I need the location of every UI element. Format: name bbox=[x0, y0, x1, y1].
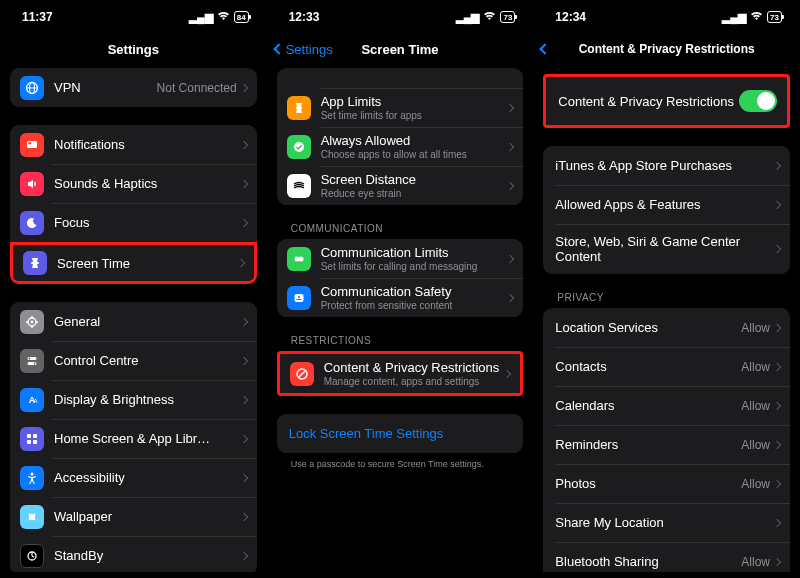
group-restrictions: Content & Privacy Restrictions Manage co… bbox=[277, 351, 524, 396]
row-general[interactable]: General bbox=[10, 302, 257, 341]
chevron-right-icon bbox=[239, 317, 247, 325]
row-comm-safety[interactable]: Communication Safety Protect from sensit… bbox=[277, 278, 524, 317]
row-label: Notifications bbox=[54, 137, 241, 152]
row-sub: Set time limits for apps bbox=[321, 110, 508, 121]
home-screen-icon bbox=[20, 427, 44, 451]
row-accessibility[interactable]: Accessibility bbox=[10, 458, 257, 497]
row-detail: Allow bbox=[741, 555, 770, 569]
row-notifications[interactable]: Notifications bbox=[10, 125, 257, 164]
svg-point-6 bbox=[31, 320, 34, 323]
group-privacy: Location Services Allow Contacts Allow C… bbox=[543, 308, 790, 572]
row-detail: Allow bbox=[741, 399, 770, 413]
row-detail: Allow bbox=[741, 438, 770, 452]
row-vpn[interactable]: VPN Not Connected bbox=[10, 68, 257, 107]
row-itunes[interactable]: iTunes & App Store Purchases bbox=[543, 146, 790, 185]
svg-text:A: A bbox=[33, 398, 37, 404]
page-title: Settings bbox=[108, 42, 159, 57]
row-display[interactable]: AA Display & Brightness bbox=[10, 380, 257, 419]
control-centre-icon bbox=[20, 349, 44, 373]
wifi-icon bbox=[483, 11, 496, 23]
chevron-right-icon bbox=[503, 369, 511, 377]
row-screen-distance[interactable]: Screen Distance Reduce eye strain bbox=[277, 166, 524, 205]
chevron-right-icon bbox=[239, 83, 247, 91]
row-content-privacy[interactable]: Content & Privacy Restrictions Manage co… bbox=[280, 354, 521, 393]
row-label: Communication Safety bbox=[321, 284, 508, 299]
group-notifications: Notifications Sounds & Haptics Focus bbox=[10, 125, 257, 284]
chevron-right-icon bbox=[773, 245, 781, 253]
chevron-right-icon bbox=[239, 395, 247, 403]
row-photos[interactable]: Photos Allow bbox=[543, 464, 790, 503]
row-label: Calendars bbox=[555, 398, 741, 413]
vpn-icon bbox=[20, 76, 44, 100]
row-screen-time[interactable]: Screen Time bbox=[10, 242, 257, 284]
row-app-limits[interactable]: App Limits Set time limits for apps bbox=[277, 88, 524, 127]
row-home-screen[interactable]: Home Screen & App Library bbox=[10, 419, 257, 458]
app-limits-icon bbox=[287, 96, 311, 120]
chevron-right-icon bbox=[773, 518, 781, 526]
row-label: Wallpaper bbox=[54, 509, 241, 524]
row-lock-screen-time[interactable]: Lock Screen Time Settings bbox=[277, 414, 524, 453]
row-allowed-apps[interactable]: Allowed Apps & Features bbox=[543, 185, 790, 224]
row-label: Communication Limits bbox=[321, 245, 508, 260]
wifi-icon bbox=[750, 11, 763, 23]
status-bar: 12:33 ▂▄▆ 73 bbox=[267, 0, 534, 34]
row-toggle-restrictions[interactable]: Content & Privacy Restrictions bbox=[546, 77, 787, 125]
battery-icon: 73 bbox=[767, 11, 782, 23]
row-control-centre[interactable]: Control Centre bbox=[10, 341, 257, 380]
row-label: Screen Time bbox=[57, 256, 238, 271]
row-comm-limits[interactable]: Communication Limits Set limits for call… bbox=[277, 239, 524, 278]
back-button[interactable] bbox=[541, 45, 552, 53]
chevron-right-icon bbox=[773, 557, 781, 565]
back-button[interactable]: Settings bbox=[275, 42, 333, 57]
row-label: Photos bbox=[555, 476, 741, 491]
group-limits: App Limits Set time limits for apps Alwa… bbox=[277, 68, 524, 205]
comm-limits-icon bbox=[287, 247, 311, 271]
row-reminders[interactable]: Reminders Allow bbox=[543, 425, 790, 464]
row-calendars[interactable]: Calendars Allow bbox=[543, 386, 790, 425]
section-header-privacy: PRIVACY bbox=[543, 292, 790, 308]
row-contacts[interactable]: Contacts Allow bbox=[543, 347, 790, 386]
section-header-restrictions: RESTRICTIONS bbox=[277, 335, 524, 351]
accessibility-icon bbox=[20, 466, 44, 490]
row-location[interactable]: Location Services Allow bbox=[543, 308, 790, 347]
chevron-right-icon bbox=[239, 356, 247, 364]
row-label: StandBy bbox=[54, 548, 241, 563]
status-right: ▂▄▆ 73 bbox=[456, 11, 516, 24]
row-always-allowed[interactable]: Always Allowed Choose apps to allow at a… bbox=[277, 127, 524, 166]
svg-point-21 bbox=[31, 472, 34, 475]
cellular-icon: ▂▄▆ bbox=[722, 11, 746, 24]
row-focus[interactable]: Focus bbox=[10, 203, 257, 242]
chevron-right-icon bbox=[506, 142, 514, 150]
svg-point-25 bbox=[29, 518, 31, 520]
row-sounds[interactable]: Sounds & Haptics bbox=[10, 164, 257, 203]
svg-point-32 bbox=[298, 256, 303, 261]
chevron-right-icon bbox=[239, 218, 247, 226]
svg-point-24 bbox=[34, 513, 36, 515]
row-bluetooth[interactable]: Bluetooth Sharing Allow bbox=[543, 542, 790, 572]
row-label: Screen Distance bbox=[321, 172, 508, 187]
group-purchases: iTunes & App Store Purchases Allowed App… bbox=[543, 146, 790, 274]
svg-rect-4 bbox=[28, 142, 31, 144]
row-label: Location Services bbox=[555, 320, 741, 335]
status-bar: 12:34 ▂▄▆ 73 bbox=[533, 0, 800, 34]
row-standby[interactable]: StandBy bbox=[10, 536, 257, 572]
row-share-location[interactable]: Share My Location bbox=[543, 503, 790, 542]
chevron-right-icon bbox=[773, 440, 781, 448]
page-title: Content & Privacy Restrictions bbox=[579, 42, 755, 56]
nav-bar: Settings bbox=[0, 34, 267, 64]
row-label: Share My Location bbox=[555, 515, 774, 530]
row-wallpaper[interactable]: Wallpaper bbox=[10, 497, 257, 536]
toggle-switch[interactable] bbox=[739, 90, 777, 112]
wallpaper-icon bbox=[20, 505, 44, 529]
chevron-right-icon bbox=[506, 254, 514, 262]
row-label: Always Allowed bbox=[321, 133, 508, 148]
chevron-right-icon bbox=[773, 323, 781, 331]
chevron-right-icon bbox=[236, 259, 244, 267]
page-title: Screen Time bbox=[361, 42, 438, 57]
row-store-web[interactable]: Store, Web, Siri & Game Center Content bbox=[543, 224, 790, 274]
row-label: VPN bbox=[54, 80, 157, 95]
svg-rect-20 bbox=[33, 440, 37, 444]
battery-icon: 84 bbox=[234, 11, 249, 23]
svg-point-23 bbox=[29, 513, 31, 515]
svg-point-14 bbox=[34, 362, 36, 364]
